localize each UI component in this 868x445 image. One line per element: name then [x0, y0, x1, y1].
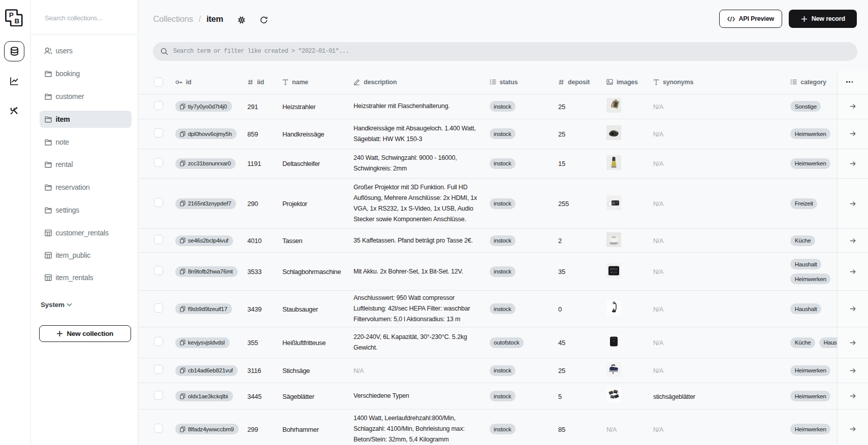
svg-text:P: P	[9, 11, 14, 19]
svg-text:B: B	[15, 17, 20, 25]
